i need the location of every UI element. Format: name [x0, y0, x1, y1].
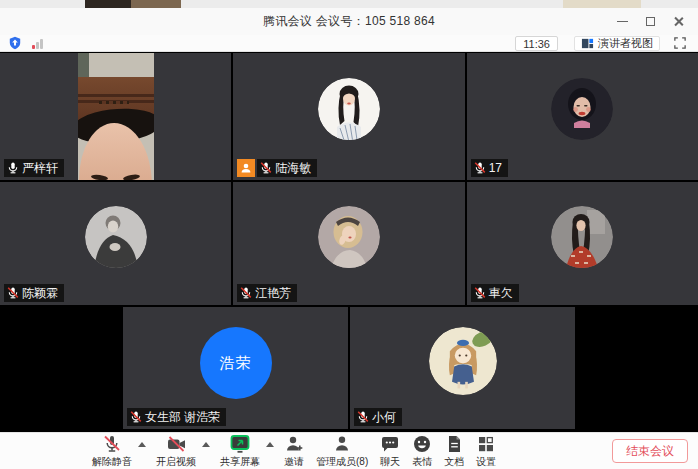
- fullscreen-button[interactable]: [674, 37, 686, 49]
- minimize-button[interactable]: [608, 8, 636, 35]
- video-grid: 严梓轩: [0, 52, 698, 432]
- invite-button[interactable]: 邀请: [278, 433, 310, 469]
- unmute-button[interactable]: 解除静音: [86, 433, 138, 469]
- avatar-initials: 浩荣: [220, 354, 252, 373]
- docs-label: 文档: [444, 455, 464, 469]
- chat-button[interactable]: 聊天: [374, 433, 406, 469]
- desktop-fragment: [85, 0, 131, 8]
- desktop-fragment: [131, 0, 181, 8]
- document-icon: [444, 434, 464, 454]
- settings-button[interactable]: 设置: [470, 433, 502, 469]
- mic-on-icon: [7, 162, 19, 174]
- start-video-label: 开启视频: [156, 455, 196, 469]
- video-tile-yanzixuan[interactable]: 严梓轩: [0, 53, 231, 180]
- screen: 腾讯会议 会议号：105 518 864 11:36 演讲者: [0, 0, 698, 469]
- layout-view-icon: [581, 37, 594, 50]
- mic-muted-icon: [7, 287, 19, 299]
- participant-nameplate: 小何: [354, 408, 402, 426]
- participant-name: 小何: [372, 408, 396, 426]
- minimize-icon: [617, 21, 628, 22]
- participant-name: 严梓轩: [22, 159, 58, 177]
- share-screen-icon: [229, 434, 251, 454]
- window-controls: [608, 8, 692, 35]
- meeting-window: 腾讯会议 会议号：105 518 864 11:36 演讲者: [0, 8, 698, 469]
- meeting-clock: 11:36: [515, 36, 558, 51]
- settings-grid-icon: [476, 434, 496, 454]
- maximize-icon: [646, 17, 655, 26]
- mic-options-caret[interactable]: [138, 442, 146, 447]
- video-tile-chenyinglin[interactable]: 陈颖霖: [0, 182, 231, 305]
- mic-muted-icon: [102, 434, 122, 454]
- emoji-label: 表情: [412, 455, 432, 469]
- participant-name: 陆海敏: [275, 159, 311, 177]
- manage-members-label: 管理成员(8): [316, 455, 368, 469]
- participant-name: 女生部 谢浩荣: [145, 408, 220, 426]
- avatar: [318, 78, 380, 140]
- close-icon: [673, 16, 684, 27]
- chat-bubble-icon: [380, 434, 400, 454]
- participant-nameplate: 江艳芳: [237, 284, 297, 302]
- avatar: [551, 206, 613, 268]
- view-mode-label: 演讲者视图: [598, 36, 653, 51]
- mic-muted-icon: [474, 287, 486, 299]
- participant-name: 江艳芳: [255, 284, 291, 302]
- emoji-button[interactable]: 表情: [406, 433, 438, 469]
- camera-muted-icon: [166, 434, 187, 454]
- window-title: 腾讯会议 会议号：105 518 864: [263, 13, 435, 30]
- invite-label: 邀请: [284, 455, 304, 469]
- video-tile-luhaimin[interactable]: 陆海敏: [233, 53, 464, 180]
- participant-name: 17: [489, 159, 502, 177]
- participant-nameplate: 車欠: [471, 284, 519, 302]
- participant-nameplate: 严梓轩: [4, 159, 64, 177]
- video-tile-xiaohe[interactable]: 小何: [350, 307, 575, 429]
- mic-muted-icon: [474, 162, 486, 174]
- video-tile-cheqian[interactable]: 車欠: [467, 182, 698, 305]
- video-tile-xiehaorong[interactable]: 浩荣 女生部 谢浩荣: [123, 307, 348, 429]
- video-tile-17[interactable]: 17: [467, 53, 698, 180]
- video-tile-jiangyanfang[interactable]: 江艳芳: [233, 182, 464, 305]
- mic-muted-icon: [240, 287, 252, 299]
- video-options-caret[interactable]: [202, 442, 210, 447]
- mic-muted-icon: [357, 411, 369, 423]
- end-meeting-button[interactable]: 结束会议: [612, 439, 688, 463]
- person-icon: [240, 162, 252, 174]
- members-icon: [332, 434, 352, 454]
- participant-nameplate: 女生部 谢浩荣: [127, 408, 226, 426]
- avatar: [85, 206, 147, 268]
- participant-name: 陈颖霖: [22, 284, 58, 302]
- smiley-icon: [412, 434, 432, 454]
- bottom-toolbar: 解除静音 开启视频 共享屏幕: [0, 432, 698, 469]
- share-screen-label: 共享屏幕: [220, 455, 260, 469]
- participant-name: 車欠: [489, 284, 513, 302]
- desktop-background-strip: [0, 0, 698, 8]
- mic-muted-icon: [260, 162, 272, 174]
- fullscreen-icon: [674, 37, 686, 49]
- participant-nameplate: 陆海敏: [257, 159, 317, 177]
- settings-label: 设置: [476, 455, 496, 469]
- chat-label: 聊天: [380, 455, 400, 469]
- desktop-fragment: [563, 0, 641, 8]
- participant-nameplate: 陈颖霖: [4, 284, 64, 302]
- docs-button[interactable]: 文档: [438, 433, 470, 469]
- mic-muted-icon: [130, 411, 142, 423]
- unmute-label: 解除静音: [92, 455, 132, 469]
- avatar: [318, 206, 380, 268]
- view-mode-button[interactable]: 演讲者视图: [574, 36, 660, 51]
- close-button[interactable]: [664, 8, 692, 35]
- host-badge: [237, 159, 255, 177]
- invite-person-icon: [284, 434, 304, 454]
- share-options-caret[interactable]: [266, 442, 274, 447]
- initials-avatar: 浩荣: [200, 327, 272, 399]
- network-signal-icon[interactable]: [32, 38, 43, 49]
- title-bar: 腾讯会议 会议号：105 518 864: [0, 8, 698, 35]
- start-video-button[interactable]: 开启视频: [150, 433, 202, 469]
- share-screen-button[interactable]: 共享屏幕: [214, 433, 266, 469]
- manage-members-button[interactable]: 管理成员(8): [310, 433, 374, 469]
- participant-nameplate: 17: [471, 159, 508, 177]
- security-shield-icon[interactable]: [8, 36, 22, 50]
- maximize-button[interactable]: [636, 8, 664, 35]
- camera-feed: [78, 53, 154, 180]
- avatar: [551, 78, 613, 140]
- status-bar: 11:36 演讲者视图: [0, 35, 698, 52]
- avatar: [429, 327, 497, 395]
